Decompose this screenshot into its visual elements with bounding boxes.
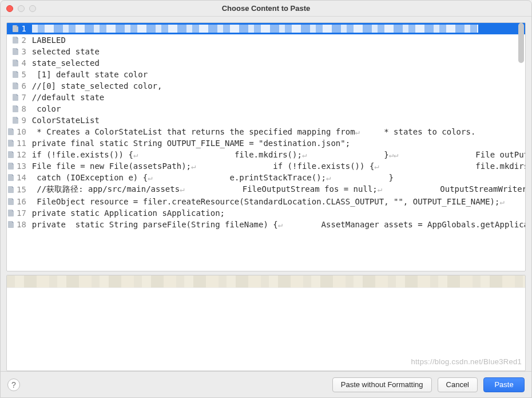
document-icon bbox=[8, 186, 14, 193]
titlebar: Choose Content to Paste bbox=[1, 1, 531, 17]
row-gutter: 18 bbox=[7, 219, 30, 230]
row-gutter: 13 bbox=[7, 160, 30, 172]
row-text bbox=[30, 23, 525, 34]
row-text: state_selected bbox=[30, 57, 525, 69]
row-text: File file = new File(assetsPath);↵ if (!… bbox=[30, 160, 525, 172]
row-gutter: 6 bbox=[7, 80, 30, 92]
row-text: if (!file.exists()) {↵ file.mkdirs();↵ }… bbox=[30, 149, 525, 160]
document-icon bbox=[13, 94, 19, 101]
row-gutter: 15 bbox=[7, 183, 30, 196]
vertical-scrollbar[interactable] bbox=[517, 23, 525, 271]
document-icon bbox=[13, 105, 19, 112]
document-icon bbox=[13, 117, 19, 124]
list-item[interactable]: 5 [1] default state color bbox=[7, 69, 525, 80]
row-text: //[0] state_selected color, bbox=[30, 80, 525, 92]
document-icon bbox=[13, 82, 19, 89]
window-title: Choose Content to Paste bbox=[1, 4, 531, 13]
redacted-content bbox=[32, 25, 478, 33]
row-text: selected state bbox=[30, 46, 525, 57]
preview-panel bbox=[6, 275, 526, 371]
row-gutter: 3 bbox=[7, 46, 30, 57]
clipboard-list[interactable]: 12LABELED3selected state4state_selected5… bbox=[7, 23, 525, 271]
row-gutter: 4 bbox=[7, 57, 30, 69]
row-gutter: 8 bbox=[7, 103, 30, 115]
preview-content bbox=[7, 275, 525, 288]
row-text: //获取路径: app/src/main/assets↵ FileOutputS… bbox=[30, 183, 525, 196]
document-icon bbox=[8, 210, 14, 216]
row-gutter: 2 bbox=[7, 34, 30, 46]
row-text: private static String parseFile(String f… bbox=[30, 219, 525, 230]
watermark-text: https://blog.csdn.net/Blue3Red1 bbox=[411, 357, 522, 366]
list-item[interactable]: 8 color bbox=[7, 103, 525, 115]
dialog-footer: ? Paste without Formatting Cancel Paste bbox=[1, 371, 531, 397]
document-icon bbox=[13, 37, 19, 44]
list-item[interactable]: 1 bbox=[7, 23, 525, 34]
list-item[interactable]: 3selected state bbox=[7, 46, 525, 57]
row-gutter: 16 bbox=[7, 196, 30, 207]
document-icon bbox=[8, 174, 14, 181]
document-icon bbox=[13, 48, 19, 55]
list-item[interactable]: 15 //获取路径: app/src/main/assets↵ FileOutp… bbox=[7, 183, 525, 196]
paste-button[interactable]: Paste bbox=[483, 377, 525, 392]
row-gutter: 11 bbox=[7, 137, 30, 149]
row-text: ColorStateList bbox=[30, 115, 525, 126]
document-icon bbox=[8, 221, 14, 228]
row-gutter: 9 bbox=[7, 115, 30, 126]
row-text: private static Application sApplication; bbox=[30, 207, 525, 219]
list-item[interactable]: 18private static String parseFile(String… bbox=[7, 219, 525, 230]
clipboard-history-panel: 12LABELED3selected state4state_selected5… bbox=[6, 22, 526, 271]
list-item[interactable]: 11private final static String OUTPUT_FIL… bbox=[7, 137, 525, 149]
document-icon bbox=[13, 71, 19, 78]
document-icon bbox=[8, 163, 14, 170]
list-item[interactable]: 7//default state bbox=[7, 92, 525, 103]
content-area: 12LABELED3selected state4state_selected5… bbox=[1, 17, 531, 371]
list-item[interactable]: 4state_selected bbox=[7, 57, 525, 69]
list-item[interactable]: 16 FileObject resource = filer.createRes… bbox=[7, 196, 525, 207]
help-button[interactable]: ? bbox=[7, 379, 20, 391]
document-icon bbox=[8, 151, 14, 158]
document-icon bbox=[8, 140, 14, 147]
list-item[interactable]: 17private static Application sApplicatio… bbox=[7, 207, 525, 219]
row-gutter: 12 bbox=[7, 149, 30, 160]
row-text: catch (IOException e) {↵ e.printStackTra… bbox=[30, 172, 525, 183]
row-gutter: 10 bbox=[7, 126, 30, 137]
scrollbar-thumb[interactable] bbox=[518, 23, 524, 63]
document-icon bbox=[8, 198, 14, 205]
row-gutter: 1 bbox=[7, 23, 30, 34]
document-icon bbox=[13, 25, 19, 32]
row-text: [1] default state color bbox=[30, 69, 525, 80]
row-text: //default state bbox=[30, 92, 525, 103]
list-item[interactable]: 6//[0] state_selected color, bbox=[7, 80, 525, 92]
row-gutter: 7 bbox=[7, 92, 30, 103]
row-gutter: 5 bbox=[7, 69, 30, 80]
dialog-window: Choose Content to Paste 12LABELED3select… bbox=[0, 0, 532, 398]
list-item[interactable]: 10 * Creates a ColorStateList that retur… bbox=[7, 126, 525, 137]
row-text: FileObject resource = filer.createResour… bbox=[30, 196, 525, 207]
document-icon bbox=[8, 128, 14, 135]
list-item[interactable]: 12if (!file.exists()) {↵ file.mkdirs();↵… bbox=[7, 149, 525, 160]
paste-without-formatting-button[interactable]: Paste without Formatting bbox=[332, 377, 432, 392]
row-text: private final static String OUTPUT_FILE_… bbox=[30, 137, 525, 149]
row-gutter: 17 bbox=[7, 207, 30, 219]
row-text: * Creates a ColorStateList that returns … bbox=[30, 126, 525, 137]
row-gutter: 14 bbox=[7, 172, 30, 183]
row-text: color bbox=[30, 103, 525, 115]
cancel-button[interactable]: Cancel bbox=[438, 377, 478, 392]
list-item[interactable]: 14 catch (IOException e) {↵ e.printStack… bbox=[7, 172, 525, 183]
list-item[interactable]: 2LABELED bbox=[7, 34, 525, 46]
list-item[interactable]: 9ColorStateList bbox=[7, 115, 525, 126]
document-icon bbox=[13, 60, 19, 66]
row-text: LABELED bbox=[30, 34, 525, 46]
list-item[interactable]: 13File file = new File(assetsPath);↵ if … bbox=[7, 160, 525, 172]
